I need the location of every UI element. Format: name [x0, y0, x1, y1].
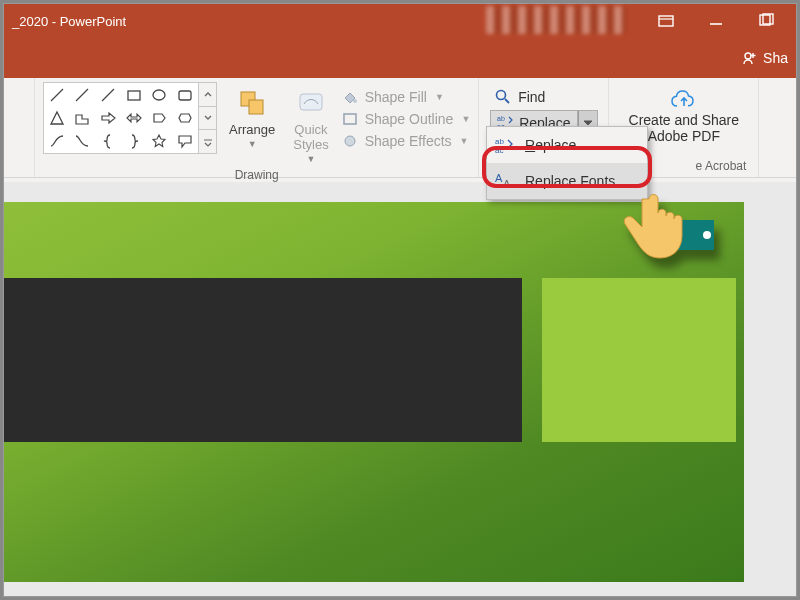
shape-curve1-icon[interactable]: [44, 130, 70, 153]
svg-point-10: [353, 99, 357, 103]
quick-styles-button: Quick Styles ▼: [287, 82, 334, 168]
find-label: Find: [518, 89, 545, 105]
svg-text:A: A: [503, 178, 511, 190]
arrange-label: Arrange: [229, 122, 275, 137]
find-icon: [494, 88, 512, 106]
shape-effects-icon: [341, 132, 359, 150]
slide-shape-green[interactable]: [542, 278, 736, 442]
tutorial-hand-cursor-icon: [619, 174, 719, 278]
replace-fonts-icon: AA: [495, 171, 515, 191]
shape-rect-icon[interactable]: [121, 83, 147, 106]
svg-point-3: [745, 53, 751, 59]
window-title: _2020 - PowerPoint: [4, 14, 126, 29]
quick-styles-label: Quick Styles: [293, 122, 328, 152]
shape-connector-icon[interactable]: [95, 83, 121, 106]
shape-corner-icon[interactable]: [70, 106, 96, 129]
arrange-caret-icon: ▼: [248, 139, 257, 149]
svg-rect-6: [179, 91, 191, 100]
svg-text:A: A: [495, 172, 503, 184]
dropdown-replace-label: Replace...: [525, 137, 588, 153]
shape-oval-icon[interactable]: [147, 83, 173, 106]
svg-point-21: [703, 231, 711, 239]
find-button[interactable]: Find: [490, 86, 597, 108]
shapes-gallery-scroll[interactable]: [199, 82, 217, 154]
shape-outline-button: Shape Outline ▼: [341, 110, 471, 128]
title-blur: [486, 6, 626, 34]
shape-pentagon-icon[interactable]: [147, 106, 173, 129]
quick-styles-icon: [294, 86, 328, 120]
shape-fill-label: Shape Fill: [365, 89, 427, 105]
minimize-icon[interactable]: [702, 7, 730, 35]
window-buttons: [642, 4, 790, 38]
title-bar: _2020 - PowerPoint: [4, 4, 796, 38]
gallery-more-icon[interactable]: [199, 130, 216, 153]
shape-fill-caret-icon: ▼: [435, 92, 444, 102]
svg-point-13: [497, 91, 506, 100]
replace-menu-icon: abac: [495, 135, 515, 155]
share-button[interactable]: Sha: [741, 49, 788, 67]
shape-hexagon-icon[interactable]: [172, 106, 198, 129]
svg-rect-4: [128, 91, 140, 100]
ribbon: Arrange ▼ Quick Styles ▼ Shape Fill ▼: [4, 78, 796, 178]
shape-line-arrow-icon[interactable]: [70, 83, 96, 106]
shape-line-icon[interactable]: [44, 83, 70, 106]
share-label: Sha: [763, 50, 788, 66]
shape-effects-caret-icon: ▼: [460, 136, 469, 146]
shapes-gallery[interactable]: [43, 82, 199, 154]
shape-brace-right-icon[interactable]: [121, 130, 147, 153]
shape-outline-label: Shape Outline: [365, 111, 454, 127]
adobe-upload-icon[interactable]: [669, 88, 699, 112]
dropdown-replace-fonts-label: Replace Fonts...: [525, 173, 627, 189]
shape-brace-left-icon[interactable]: [95, 130, 121, 153]
shape-arrow-bidir-icon[interactable]: [121, 106, 147, 129]
shape-curve2-icon[interactable]: [70, 130, 96, 153]
ribbon-top-band: Sha: [4, 38, 796, 78]
arrange-button[interactable]: Arrange ▼: [223, 82, 281, 153]
svg-rect-8: [249, 100, 263, 114]
svg-point-12: [345, 136, 355, 146]
gallery-up-icon[interactable]: [199, 83, 216, 107]
shape-outline-caret-icon: ▼: [461, 114, 470, 124]
group-drawing: Arrange ▼ Quick Styles ▼ Shape Fill ▼: [34, 78, 479, 177]
ribbon-display-options-icon[interactable]: [652, 7, 680, 35]
shape-format-menu: Shape Fill ▼ Shape Outline ▼ Shape Effec…: [341, 82, 471, 150]
shape-roundrect-icon[interactable]: [172, 83, 198, 106]
adobe-line2: Adobe PDF: [648, 128, 720, 144]
gallery-down-icon[interactable]: [199, 107, 216, 131]
svg-text:ac: ac: [495, 146, 503, 154]
shape-triangle-icon[interactable]: [44, 106, 70, 129]
slide-shape-dark[interactable]: [4, 278, 522, 442]
maximize-icon[interactable]: [752, 7, 780, 35]
dropdown-item-replace[interactable]: abac Replace...: [487, 127, 647, 163]
shape-fill-button: Shape Fill ▼: [341, 88, 471, 106]
shape-star-icon[interactable]: [147, 130, 173, 153]
shape-effects-label: Shape Effects: [365, 133, 452, 149]
shape-arrow-right-icon[interactable]: [95, 106, 121, 129]
svg-point-5: [153, 90, 165, 100]
quick-styles-caret-icon: ▼: [306, 154, 315, 164]
shape-callout-icon[interactable]: [172, 130, 198, 153]
svg-text:ab: ab: [495, 137, 504, 146]
shape-effects-button: Shape Effects ▼: [341, 132, 471, 150]
svg-rect-11: [344, 114, 356, 124]
svg-rect-0: [659, 16, 673, 26]
svg-text:ab: ab: [497, 115, 505, 122]
group-adobe-label: e Acrobat: [696, 159, 751, 175]
arrange-icon: [235, 86, 269, 120]
shape-outline-icon: [341, 110, 359, 128]
svg-rect-9: [300, 94, 322, 110]
shape-fill-icon: [341, 88, 359, 106]
